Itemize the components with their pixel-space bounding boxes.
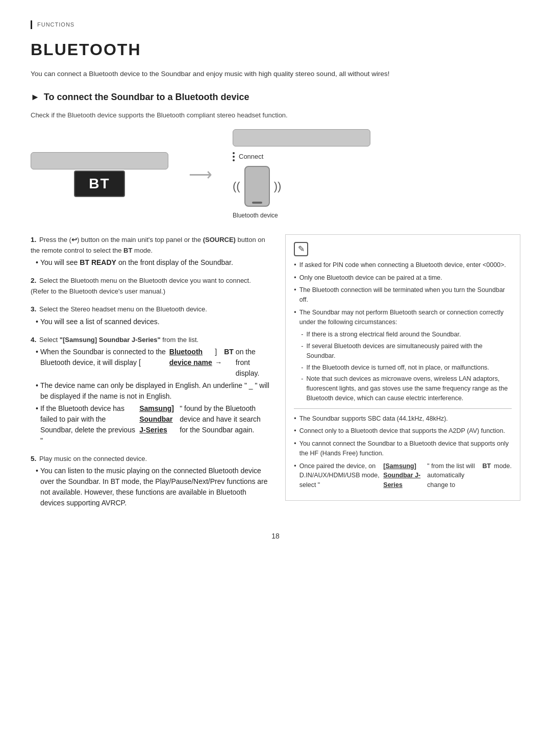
step-1: 1. Press the (↩) button on the main unit… (31, 234, 270, 268)
subtitle: Check if the Bluetooth device supports t… (31, 110, 520, 120)
note-3: The Bluetooth connection will be termina… (294, 285, 512, 305)
step-4-bullet-2: The device name can only be displayed in… (36, 380, 270, 402)
sub-note-2: If several Bluetooth devices are simulta… (301, 342, 512, 361)
notes-list: If asked for PIN code when connecting a … (294, 260, 512, 327)
phone-body (244, 166, 270, 207)
step-4-text: Select "[Samsung] Soundbar J-Series" fro… (39, 336, 198, 344)
step-1-number: 1. (31, 236, 38, 243)
step-5-bullet-1: You can listen to the music playing on t… (36, 466, 270, 508)
bt-device-label: Bluetooth device (233, 211, 278, 220)
arrow-icon: ► (31, 90, 40, 104)
phone-speaker (252, 202, 262, 204)
right-connect-diagram: Connect (( )) Bluetooth device (233, 129, 370, 220)
dots-icon (233, 152, 235, 161)
soundbar-body-left (31, 152, 168, 169)
note-8: Once paired the device, on D.IN/AUX/HDMI… (294, 461, 512, 490)
diagram-area: BT ⟶ Connect (( )) Bluetooth device (31, 129, 520, 220)
step-1-bullet-1: You will see BT READY on the front displ… (36, 257, 270, 268)
connect-label-row: Connect (233, 152, 263, 162)
bt-display: BT (74, 170, 125, 197)
note-5: The Soundbar supports SBC data (44.1kHz,… (294, 414, 512, 424)
note-1: If asked for PIN code when connecting a … (294, 260, 512, 270)
step-5: 5. Play music on the connected device. Y… (31, 453, 270, 508)
phone-diagram: (( )) (233, 166, 281, 207)
note-icon: ✎ (294, 242, 308, 256)
arrow-right-icon: ⟶ (189, 162, 212, 187)
wave-left-icon: (( (233, 178, 240, 194)
connect-text: Connect (239, 152, 263, 162)
step-3-bullet-1: You will see a list of scanned devices. (36, 316, 270, 327)
note-7: You cannot connect the Soundbar to a Blu… (294, 439, 512, 458)
note-2: Only one Bluetooth device can be paired … (294, 273, 512, 283)
note-6: Connect only to a Bluetooth device that … (294, 426, 512, 436)
step-3: 3. Select the Stereo headset menu on the… (31, 304, 270, 327)
step-5-number: 5. (31, 455, 38, 462)
step-2-number: 2. (31, 277, 38, 284)
soundbar-body-right (233, 129, 370, 147)
sub-note-1: If there is a strong electrical field ar… (301, 330, 512, 339)
step-4-number: 4. (31, 336, 38, 344)
step-4-bullet-1: When the Soundbar is connected to the Bl… (36, 347, 270, 379)
two-col-layout: 1. Press the (↩) button on the main unit… (31, 234, 520, 516)
sub-note-3: If the Bluetooth device is turned off, n… (301, 363, 512, 373)
note-header: ✎ (294, 242, 512, 256)
step-3-number: 3. (31, 305, 38, 313)
step-4-bullet-3: If the Bluetooth device has failed to pa… (36, 403, 270, 446)
left-soundbar-diagram: BT (31, 152, 168, 197)
functions-label: FUNCTIONS (31, 20, 520, 29)
sub-note-4: Note that such devices as microwave oven… (301, 374, 512, 403)
step-2-text: Select the Bluetooth menu on the Bluetoo… (31, 277, 251, 295)
notes-list-2: The Soundbar supports SBC data (44.1kHz,… (294, 414, 512, 490)
note-4: The Soundbar may not perform Bluetooth s… (294, 308, 512, 327)
left-col: 1. Press the (↩) button on the main unit… (31, 234, 270, 516)
page-title: BLUETOOTH (31, 37, 520, 62)
divider (294, 408, 512, 409)
step-1-text: Press the (↩) button on the main unit's … (31, 236, 265, 254)
page-number: 18 (31, 531, 520, 542)
step-4: 4. Select "[Samsung] Soundbar J-Series" … (31, 334, 270, 446)
step-5-text: Play music on the connected device. (39, 455, 147, 462)
intro-text: You can connect a Bluetooth device to th… (31, 69, 520, 79)
step-2: 2. Select the Bluetooth menu on the Blue… (31, 275, 270, 297)
step-3-text: Select the Stereo headset menu on the Bl… (39, 305, 207, 313)
section-heading: ► To connect the Soundbar to a Bluetooth… (31, 90, 520, 104)
wave-right-icon: )) (274, 178, 282, 194)
right-col: ✎ If asked for PIN code when connecting … (285, 234, 520, 501)
